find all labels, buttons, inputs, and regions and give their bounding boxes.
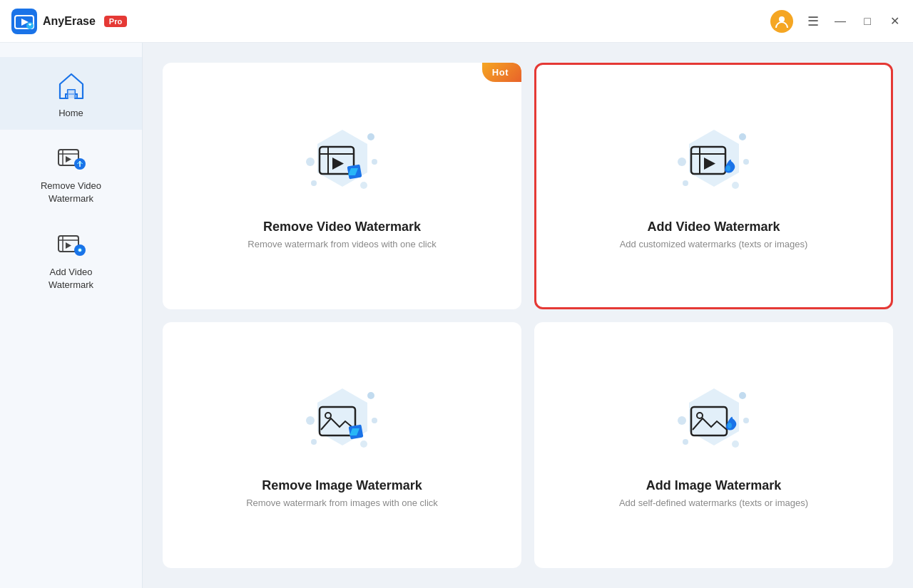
- svg-point-49: [743, 418, 749, 423]
- svg-point-18: [311, 180, 317, 186]
- svg-point-51: [683, 439, 688, 445]
- menu-icon[interactable]: ☰: [806, 14, 820, 29]
- svg-point-17: [306, 158, 315, 166]
- add-image-main-icon: [690, 403, 738, 445]
- svg-point-29: [678, 158, 686, 166]
- title-bar: AnyErase Pro ☰ — □ ✕: [0, 0, 913, 43]
- sidebar-item-remove-video[interactable]: Remove VideoWatermark: [0, 130, 142, 215]
- sidebar-add-video-label: Add VideoWatermark: [49, 266, 93, 292]
- pro-badge: Pro: [104, 16, 127, 27]
- remove-video-sidebar-icon: [56, 143, 87, 174]
- svg-rect-4: [68, 90, 75, 98]
- sidebar: Home Remove VideoWatermark: [0, 43, 143, 588]
- remove-video-desc: Remove watermark from videos with one cl…: [248, 239, 436, 249]
- remove-video-title: Remove Video Watermark: [263, 220, 421, 234]
- svg-point-39: [372, 418, 377, 423]
- add-image-title: Add Image Watermark: [646, 478, 781, 493]
- svg-marker-35: [704, 158, 715, 170]
- add-image-watermark-card[interactable]: Add Image Watermark Add self-defined wat…: [534, 322, 893, 569]
- svg-point-16: [372, 159, 377, 165]
- svg-point-38: [367, 392, 374, 399]
- svg-point-30: [683, 180, 688, 186]
- add-video-main-icon: [690, 144, 738, 187]
- svg-rect-53: [691, 407, 727, 435]
- app-logo: AnyErase Pro: [11, 9, 127, 34]
- hot-badge: Hot: [482, 63, 521, 82]
- svg-point-36: [726, 165, 730, 171]
- add-image-icon-area: [668, 381, 760, 467]
- svg-point-40: [306, 416, 315, 425]
- remove-image-title: Remove Image Watermark: [262, 478, 422, 493]
- sidebar-item-home[interactable]: Home: [0, 57, 142, 130]
- svg-point-27: [739, 133, 746, 140]
- remove-image-main-icon: [318, 403, 367, 445]
- svg-point-50: [678, 416, 686, 425]
- logo-icon: [11, 9, 37, 34]
- add-video-sidebar-icon: [56, 229, 87, 260]
- svg-point-48: [739, 392, 746, 399]
- add-video-icon-area: [668, 123, 760, 208]
- remove-image-watermark-card[interactable]: Remove Image Watermark Remove watermark …: [163, 322, 521, 569]
- sidebar-remove-video-label: Remove VideoWatermark: [41, 180, 101, 205]
- window-controls: ☰ — □ ✕: [770, 10, 902, 33]
- remove-image-icon-area: [296, 381, 389, 467]
- sidebar-home-label: Home: [58, 107, 83, 120]
- remove-video-main-icon: [318, 144, 367, 187]
- add-video-title: Add Video Watermark: [647, 220, 780, 234]
- svg-point-15: [367, 133, 374, 140]
- home-icon: [56, 70, 87, 101]
- svg-point-55: [728, 423, 732, 428]
- sidebar-item-add-video[interactable]: Add VideoWatermark: [0, 216, 142, 301]
- close-button[interactable]: ✕: [887, 14, 902, 29]
- svg-point-13: [78, 249, 81, 252]
- svg-point-54: [697, 413, 703, 418]
- svg-point-44: [325, 413, 331, 418]
- remove-video-icon-area: [296, 123, 389, 208]
- svg-point-3: [779, 16, 785, 22]
- add-video-desc: Add customized watermarks (texts or imag…: [620, 239, 808, 249]
- profile-icon[interactable]: [770, 10, 793, 33]
- maximize-button[interactable]: □: [860, 14, 874, 29]
- svg-point-41: [311, 439, 317, 445]
- remove-image-desc: Remove watermark from images with one cl…: [246, 497, 438, 508]
- main-content: Hot: [143, 43, 913, 588]
- svg-point-28: [743, 159, 749, 165]
- app-name: AnyErase: [43, 15, 96, 28]
- minimize-button[interactable]: —: [833, 14, 847, 29]
- add-image-desc: Add self-defined watermarks (texts or im…: [619, 497, 808, 508]
- svg-marker-23: [332, 158, 344, 170]
- main-layout: Home Remove VideoWatermark: [0, 43, 913, 588]
- add-video-watermark-card[interactable]: Add Video Watermark Add customized water…: [534, 63, 893, 309]
- remove-video-watermark-card[interactable]: Hot: [163, 63, 521, 309]
